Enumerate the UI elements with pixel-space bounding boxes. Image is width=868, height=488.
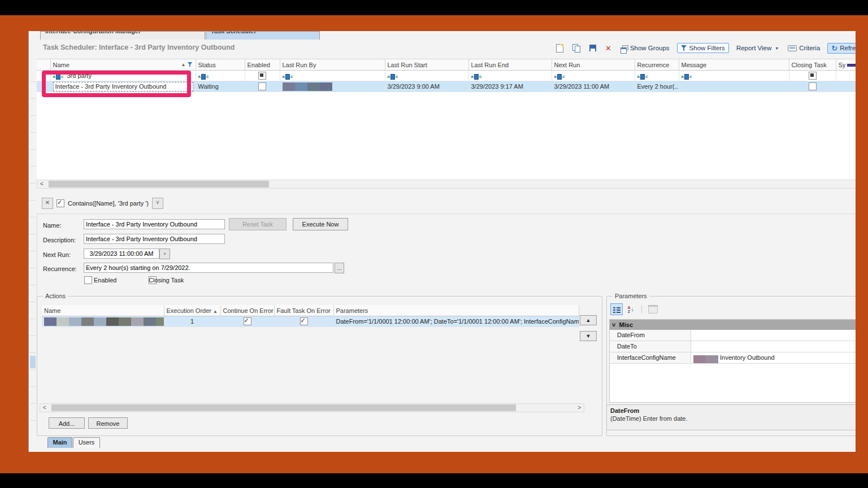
- refresh-button[interactable]: ↻ Refresh: [827, 43, 856, 54]
- filter-cell-last-run-end[interactable]: ac: [468, 71, 552, 81]
- save-button[interactable]: [588, 43, 598, 53]
- property-row-datefrom[interactable]: DateFrom: [610, 330, 856, 341]
- property-row-dateto[interactable]: DateTo: [610, 341, 856, 352]
- column-header-last-run-end[interactable]: Last Run End: [468, 59, 552, 71]
- filter-cell-next-run[interactable]: ac: [552, 71, 635, 81]
- execute-now-button[interactable]: Execute Now: [293, 218, 348, 230]
- property-description-text: (DateTime) Enter from date.: [610, 415, 854, 422]
- actions-column-name[interactable]: Name: [42, 305, 164, 316]
- parameters-group-label: Parameters: [613, 293, 649, 299]
- recurrence-browse-button[interactable]: ...: [335, 263, 344, 273]
- recurrence-input[interactable]: [84, 263, 333, 273]
- actions-column-execution-order[interactable]: Execution Order ▲: [164, 305, 220, 316]
- name-input[interactable]: [84, 219, 225, 229]
- next-run-dropdown-button[interactable]: ˅: [159, 249, 170, 259]
- description-input[interactable]: [84, 234, 225, 244]
- property-category-misc[interactable]: ˅ Misc: [610, 320, 856, 330]
- move-up-button[interactable]: ▲: [580, 315, 597, 325]
- actions-group-label: Actions: [43, 293, 68, 299]
- abc-filter-icon: ac: [198, 74, 209, 80]
- redacted-username: [283, 82, 332, 89]
- categorized-view-button[interactable]: [610, 303, 623, 315]
- tab-main[interactable]: Main: [47, 437, 72, 448]
- filter-cell-message[interactable]: ac: [679, 71, 789, 81]
- column-header-last-run-by[interactable]: Last Run By: [280, 59, 385, 71]
- scroll-right-arrow[interactable]: >: [576, 404, 583, 411]
- column-header-last-run-start[interactable]: Last Run Start: [385, 59, 468, 71]
- action-continue-on-error-cell[interactable]: [220, 316, 274, 327]
- tab-interface-configuration-manager[interactable]: Interface Configuration Manager: [40, 31, 205, 40]
- task-recurrence-cell: Every 2 hour(...: [635, 81, 679, 92]
- page-title: Task Scheduler: Interface - 3rd Party In…: [43, 43, 235, 51]
- column-header-closing-task[interactable]: Closing Task: [789, 59, 836, 71]
- remove-action-button[interactable]: Remove: [88, 417, 128, 429]
- column-header-recurrence[interactable]: Recurrence: [635, 59, 679, 71]
- new-task-button[interactable]: [554, 43, 565, 54]
- column-header-name[interactable]: Name ▲: [50, 59, 196, 71]
- filter-cell-enabled[interactable]: [245, 71, 280, 81]
- add-action-button[interactable]: Add...: [49, 417, 85, 429]
- property-value[interactable]: [691, 341, 856, 352]
- criteria-button[interactable]: Criteria: [786, 43, 822, 53]
- enabled-checkbox[interactable]: [84, 276, 92, 284]
- column-header-enabled[interactable]: Enabled: [245, 59, 280, 71]
- next-run-input[interactable]: [84, 249, 159, 259]
- tab-label: Interface Configuration Manager: [41, 31, 205, 34]
- column-header-next-run[interactable]: Next Run: [552, 59, 635, 71]
- task-status-cell: Waiting: [196, 81, 245, 92]
- description-label: Description:: [43, 237, 76, 243]
- task-enabled-cell[interactable]: [245, 81, 280, 92]
- scrollbar-thumb[interactable]: [49, 181, 269, 188]
- enabled-label: Enabled: [94, 277, 116, 284]
- filter-cell-last-run-start[interactable]: ac: [385, 71, 468, 81]
- action-row-selected[interactable]: 1 DateFrom='1/1/0001 12:00:00 AM'; DateT…: [42, 316, 579, 327]
- actions-hscrollbar[interactable]: < >: [40, 403, 584, 412]
- sort-az-icon: AZ: [627, 306, 630, 313]
- closing-task-checkbox[interactable]: [809, 82, 817, 90]
- filter-close-button[interactable]: ✕: [42, 198, 53, 209]
- actions-column-fault-task-on-error[interactable]: Fault Task On Error: [274, 305, 333, 316]
- enabled-checkbox[interactable]: [258, 82, 266, 90]
- filter-cell-recurrence[interactable]: ac: [635, 71, 679, 81]
- column-header-message[interactable]: Message: [679, 59, 789, 71]
- task-last-run-end-cell: 3/29/2023 9:17 AM: [468, 81, 552, 92]
- delete-button[interactable]: ✕: [604, 43, 613, 53]
- actions-column-continue-on-error[interactable]: Continue On Error: [220, 305, 274, 316]
- task-message-cell: [679, 81, 789, 92]
- property-row-interfaceconfigname[interactable]: InterfaceConfigName Inventory Outbound: [610, 352, 856, 364]
- scrollbar-thumb[interactable]: [51, 404, 516, 411]
- filter-dropdown-button[interactable]: ˅: [152, 198, 163, 209]
- filter-enabled-checkbox[interactable]: [57, 199, 64, 207]
- sort-alphabetical-button[interactable]: AZ↓: [624, 303, 637, 315]
- show-groups-button[interactable]: Show Groups: [619, 43, 671, 53]
- action-fault-task-on-error-cell[interactable]: [274, 316, 333, 327]
- task-closing-task-cell[interactable]: [789, 81, 836, 92]
- continue-on-error-checkbox[interactable]: [244, 317, 251, 325]
- sort-ascending-icon: ▲: [181, 62, 186, 67]
- property-value[interactable]: Inventory Outbound: [691, 352, 856, 363]
- column-filter-icon[interactable]: [188, 62, 193, 67]
- task-grid-hscrollbar[interactable]: <: [37, 180, 856, 189]
- actions-column-parameters[interactable]: Parameters: [333, 305, 579, 316]
- filter-cell-closing-task[interactable]: [789, 71, 836, 81]
- filter-cell-last-run-by[interactable]: ac: [280, 71, 385, 81]
- indeterminate-checkbox[interactable]: [258, 72, 266, 80]
- indeterminate-checkbox[interactable]: [809, 72, 817, 80]
- redacted-action-name: [44, 317, 164, 324]
- show-filters-button[interactable]: Show Filters: [677, 43, 729, 53]
- abc-filter-icon: ac: [682, 74, 692, 80]
- column-header-status[interactable]: Status: [196, 59, 245, 71]
- abc-filter-icon: ac: [554, 74, 565, 80]
- property-value[interactable]: [691, 330, 856, 341]
- show-groups-icon: [620, 45, 628, 51]
- scroll-left-arrow[interactable]: <: [38, 180, 45, 188]
- tab-task-scheduler[interactable]: Task Scheduler: [206, 31, 320, 40]
- fault-task-on-error-checkbox[interactable]: [300, 317, 308, 325]
- report-view-dropdown[interactable]: Report View ▼: [735, 43, 780, 53]
- copy-task-button[interactable]: [571, 43, 582, 53]
- scroll-left-arrow[interactable]: <: [41, 404, 48, 411]
- move-down-button[interactable]: ▼: [580, 331, 597, 341]
- filter-cell-status[interactable]: ac: [196, 71, 245, 81]
- tab-users[interactable]: Users: [73, 437, 100, 448]
- filter-expression[interactable]: Contains([Name], '3rd party '): [68, 200, 149, 207]
